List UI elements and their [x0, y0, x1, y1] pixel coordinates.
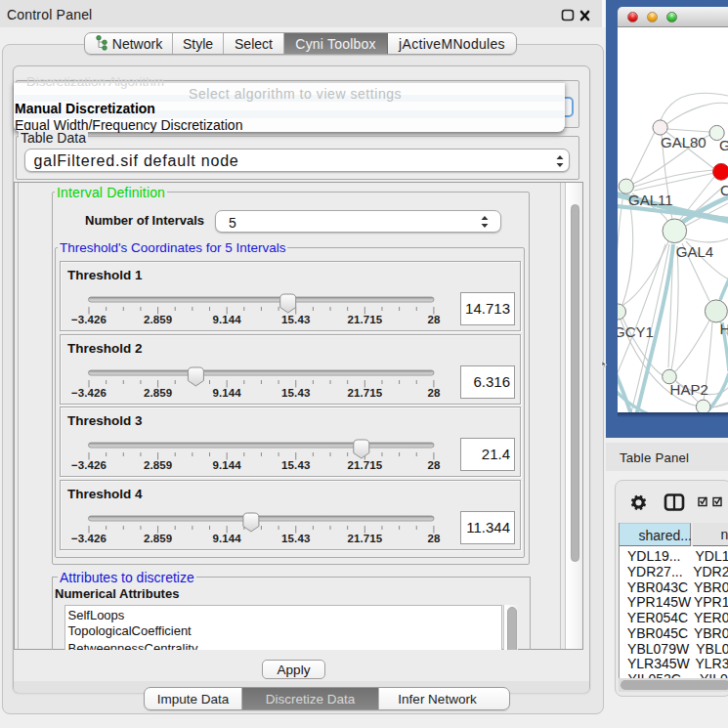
- svg-text:9.144: 9.144: [213, 387, 242, 399]
- svg-text:15.43: 15.43: [281, 314, 310, 325]
- svg-text:−3.426: −3.426: [71, 533, 107, 544]
- svg-text:GCY1: GCY1: [618, 323, 654, 340]
- svg-text:C: C: [720, 182, 728, 198]
- svg-text:−3.426: −3.426: [71, 387, 107, 399]
- svg-text:15.43: 15.43: [281, 387, 310, 399]
- svg-text:9.144: 9.144: [213, 314, 242, 325]
- svg-text:HAP2: HAP2: [670, 381, 708, 398]
- svg-text:21.715: 21.715: [347, 387, 382, 399]
- svg-text:2.859: 2.859: [144, 533, 172, 544]
- svg-text:2.859: 2.859: [144, 314, 172, 325]
- svg-text:21.715: 21.715: [347, 459, 382, 471]
- svg-text:−3.426: −3.426: [71, 459, 107, 471]
- svg-text:15.43: 15.43: [281, 459, 310, 471]
- svg-text:H: H: [720, 321, 728, 337]
- svg-text:28: 28: [427, 314, 440, 325]
- svg-text:28: 28: [427, 387, 440, 399]
- svg-text:28: 28: [427, 459, 440, 471]
- svg-text:GAL4: GAL4: [676, 243, 713, 260]
- svg-text:9.144: 9.144: [213, 533, 242, 544]
- svg-text:9.144: 9.144: [213, 459, 242, 471]
- svg-text:21.715: 21.715: [347, 314, 382, 325]
- svg-text:GAL80: GAL80: [661, 134, 707, 150]
- svg-text:2.859: 2.859: [144, 387, 172, 399]
- svg-text:2.859: 2.859: [144, 459, 172, 471]
- svg-text:21.715: 21.715: [347, 533, 382, 544]
- svg-text:15.43: 15.43: [281, 533, 310, 544]
- svg-text:−3.426: −3.426: [71, 314, 107, 325]
- svg-text:GA: GA: [719, 137, 728, 153]
- svg-text:28: 28: [427, 533, 440, 544]
- svg-text:GAL11: GAL11: [628, 192, 673, 208]
